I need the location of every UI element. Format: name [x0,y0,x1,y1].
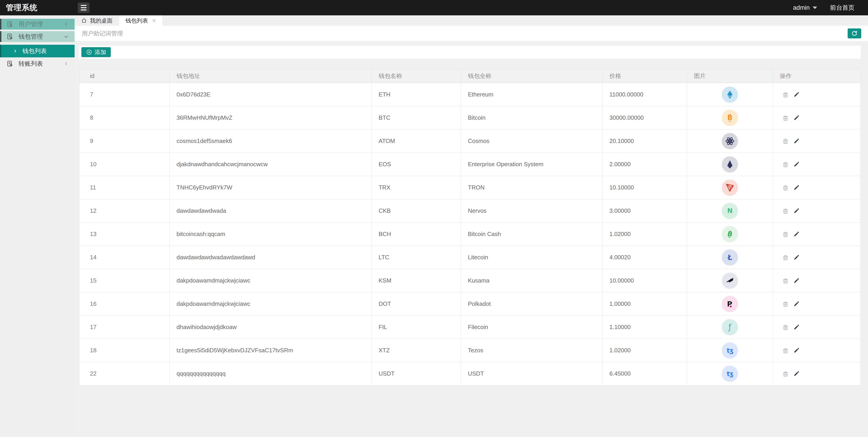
edit-button[interactable] [793,91,800,98]
edit-button[interactable] [793,301,800,307]
cell-price: 30000.00000 [602,106,687,129]
svg-text:tʒ: tʒ [727,370,733,377]
eth-icon [722,87,738,103]
bch-icon: B [722,226,738,242]
edit-button[interactable] [793,138,800,144]
cell-image [687,129,773,153]
svg-text:B: B [727,113,733,122]
sidebar-item-label: 用户管理 [19,20,63,28]
delete-button[interactable] [782,161,789,168]
cell-address: bitcoincash:qqcam [169,223,372,246]
delete-button[interactable] [782,301,789,307]
delete-button[interactable] [782,114,789,121]
pencil-icon [793,161,800,168]
delete-button[interactable] [782,207,789,214]
eos-icon [722,156,738,172]
user-menu[interactable]: admin [793,4,817,11]
sidebar-item-transfer-list[interactable]: 转账列表 [0,58,74,69]
delete-button[interactable] [782,277,789,284]
cell-price: 11000.00000 [602,83,687,106]
edit-button[interactable] [793,347,800,354]
table-header-row: id 钱包地址 钱包名称 钱包全称 价格 图片 操作 [79,69,861,83]
cell-id: 13 [79,223,169,246]
tab-bar: 我的桌面 钱包列表 × [74,15,868,26]
cell-price: 1.02000 [602,223,687,246]
row-actions [782,347,860,354]
delete-button[interactable] [782,138,789,144]
topbar-right: admin 前台首页 [793,4,868,12]
delete-button[interactable] [782,231,789,238]
cell-address: djakdnawdhandcahcwcjmanocwcw [169,153,372,176]
cell-actions [773,339,861,362]
cell-actions [773,362,861,385]
pencil-icon [793,301,800,307]
cell-actions [773,315,861,339]
pencil-icon [793,231,800,238]
sidebar-item-wallet-management[interactable]: 钱包管理 [0,31,74,42]
cell-name: XTZ [372,339,461,362]
delete-button[interactable] [782,91,789,98]
menu-toggle-button[interactable] [78,2,90,13]
refresh-button[interactable] [848,29,861,38]
delete-button[interactable] [782,184,789,191]
table-row: 11TNHC6yEhvdRYk7WTRXTRON10.10000 [79,176,861,199]
cell-id: 9 [79,129,169,153]
column-header-price: 价格 [602,69,687,83]
cell-image [687,153,773,176]
edit-button[interactable] [793,254,800,261]
chevron-left-icon [63,21,69,27]
edit-button[interactable] [793,207,800,214]
edit-button[interactable] [793,370,800,377]
plus-circle-icon [86,49,92,55]
trash-icon [782,324,789,331]
cell-image: N [687,199,773,223]
add-button[interactable]: 添加 [81,47,111,57]
cell-address: dhawihiodaowjdjdkoaw [169,315,372,339]
pencil-icon [793,114,800,121]
cell-id: 12 [79,199,169,223]
table-row: 836RMwHNUfMrpMvZBTCBitcoin30000.00000B [79,106,861,129]
cell-address: qqqqqqqqqqqqqqq [169,362,372,385]
front-home-link[interactable]: 前台首页 [830,4,855,12]
tab-wallet-list[interactable]: 钱包列表 × [119,15,163,26]
cell-fullname: Filecoin [461,315,602,339]
topbar: 管理系统 admin 前台首页 [0,0,868,15]
cell-name: ETH [372,83,461,106]
table-row: 15dakpdoawamdmajckwjciawcKSMKusama10.000… [79,269,861,292]
edit-button[interactable] [793,231,800,238]
cell-actions [773,153,861,176]
cell-name: FIL [372,315,461,339]
edit-button[interactable] [793,114,800,121]
cell-name: USDT [372,362,461,385]
trash-icon [782,277,789,284]
pencil-icon [793,254,800,261]
edit-button[interactable] [793,184,800,191]
delete-button[interactable] [782,347,789,354]
delete-button[interactable] [782,324,789,331]
sidebar-item-user-management[interactable]: 用户管理 [0,19,74,30]
delete-button[interactable] [782,370,789,377]
pencil-icon [793,347,800,354]
trash-icon [782,301,789,307]
cell-actions [773,269,861,292]
edit-button[interactable] [793,277,800,284]
sidebar-item-wallet-list-active[interactable]: 钱包列表 [0,45,74,57]
row-actions [782,207,860,214]
cell-address: dawdawdawdwada [169,199,372,223]
column-header-image: 图片 [687,69,773,83]
edit-button[interactable] [793,161,800,168]
delete-button[interactable] [782,254,789,261]
cell-fullname: Tezos [461,339,602,362]
tab-close-icon[interactable]: × [152,17,156,24]
edit-button[interactable] [793,324,800,331]
tab-my-desktop[interactable]: 我的桌面 [74,15,119,26]
cell-image: B [687,223,773,246]
trash-icon [782,184,789,191]
cell-actions [773,292,861,315]
table-row: 13bitcoincash:qqcamBCHBitcoin Cash1.0200… [79,223,861,246]
cell-id: 18 [79,339,169,362]
cell-address: TNHC6yEhvdRYk7W [169,176,372,199]
cell-image [687,83,773,106]
column-header-actions: 操作 [773,69,861,83]
main-content: 我的桌面 钱包列表 × 用户助记词管理 添加 id [74,15,868,437]
